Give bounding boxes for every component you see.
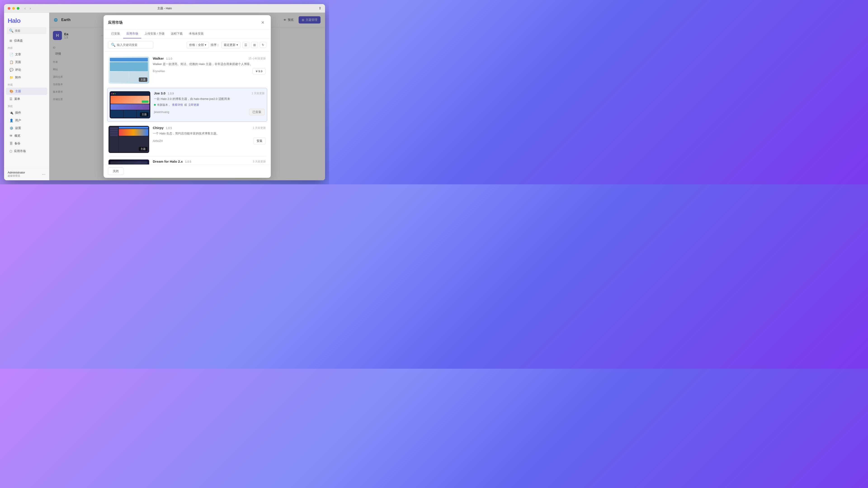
backup-icon: 🗄 [9, 142, 13, 145]
sidebar-user: Administrator 超级管理员 [8, 171, 25, 177]
sidebar-item-plugins[interactable]: 🔌 插件 [6, 109, 47, 116]
walker-version: 1.1.0 [166, 57, 172, 60]
sidebar-search[interactable]: 🔍 ⌘+K [7, 27, 46, 34]
app-icon: ⬡ [9, 149, 12, 153]
sidebar-username: Administrator [8, 171, 25, 174]
logo-text: Halo [8, 17, 21, 24]
theme-thumbnail-chirpy: 主题 [108, 126, 149, 153]
joe-author: jiewenhuang [154, 110, 169, 113]
modal-toolbar: 🔍 价格：全部 ▾ 排序： 最近更新 ▾ [103, 38, 271, 52]
chirpy-author: AirboZH [153, 139, 163, 142]
search-box-icon: 🔍 [111, 43, 116, 47]
sidebar-more-button[interactable]: ··· [42, 172, 45, 177]
theme-icon: 🎨 [9, 90, 13, 93]
sidebar-item-overview[interactable]: 👁 概览 [6, 132, 47, 139]
tab-upload[interactable]: 上传安装 / 升级 [141, 29, 168, 38]
sidebar-label-themes: 主题 [15, 89, 21, 93]
sidebar-label-comments: 评论 [15, 68, 21, 72]
close-button[interactable] [8, 7, 10, 10]
sidebar-item-attachments[interactable]: 📁 附件 [6, 74, 47, 81]
dream-info: Dream for Halo 2.x 1.0.5 3 天前更新 适配 Halo … [153, 160, 266, 164]
sort-button[interactable]: 最近更新 ▾ [221, 41, 241, 48]
sidebar-item-themes[interactable]: 🎨 主题 [6, 88, 47, 95]
sidebar-item-articles[interactable]: 📄 文章 [6, 51, 47, 58]
price-filter-button[interactable]: 价格：全部 ▾ [187, 41, 209, 48]
sidebar-item-menus[interactable]: ☰ 菜单 [6, 95, 47, 103]
chirpy-install-button[interactable]: 安装 [253, 138, 266, 144]
grid-view-button[interactable]: ⊞ [251, 42, 258, 48]
user-icon: 👤 [9, 119, 13, 122]
walker-name-block: Walker 1.1.0 [153, 57, 172, 61]
sidebar: Halo 🔍 ⌘+K ⊞ 仪表盘 内容 📄 文章 📋 页面 � [4, 13, 49, 180]
sidebar-item-dashboard[interactable]: ⊞ 仪表盘 [6, 37, 47, 44]
sidebar-item-pages[interactable]: 📋 页面 [6, 59, 47, 66]
tab-market[interactable]: 应用市场 [123, 29, 141, 38]
joe-name-block: Joe 3.0 1.0.9 [154, 91, 174, 95]
title-bar: ‹ › 主题 - Halo ⬆ [4, 4, 325, 13]
chirpy-description: 一个 Halo 生态，简约且功能丰富的技术博客主题。 [153, 131, 266, 136]
refresh-button[interactable]: ↻ [260, 42, 266, 48]
traffic-lights [8, 7, 20, 10]
minimize-button[interactable] [12, 7, 15, 10]
chirpy-header: Chirpy 1.0.5 1 天前更新 [153, 126, 266, 130]
sidebar-footer: Administrator 超级管理员 ··· [4, 168, 49, 180]
doc-icon: 📄 [9, 53, 13, 56]
back-button[interactable]: ‹ [23, 6, 27, 11]
sidebar-section-appearance: 外观 [4, 81, 49, 88]
page-icon: 📋 [9, 60, 13, 64]
share-icon[interactable]: ⬆ [318, 6, 321, 10]
sidebar-logo: Halo [4, 13, 49, 27]
view-detail-link[interactable]: 查看详情 [172, 103, 183, 107]
grid-icon: ⊞ [9, 39, 12, 42]
theme-item-joe: 主题 Joe 3.0 1.0.9 1 天前更新 [107, 88, 267, 122]
joe-update-notice: 有新版本， 查看详情 或 立即更新 [154, 103, 265, 107]
theme-item-dream: Dream for Halo 2.x 1.0.5 3 天前更新 适配 Halo … [107, 156, 267, 164]
theme-list: 主题 Walker 1.1.0 15 小时前更新 [103, 52, 271, 164]
walker-price[interactable]: ¥ 9.9 [252, 68, 266, 74]
walker-info: Walker 1.1.0 15 小时前更新 Walker 是一款漂亮、简洁、优雅… [153, 57, 266, 74]
sidebar-item-users[interactable]: 👤 用户 [6, 117, 47, 124]
joe-update-time: 1 天前更新 [252, 92, 265, 95]
sort-chevron-icon: ▾ [237, 43, 238, 46]
walker-author: EryouHao [153, 70, 165, 73]
sidebar-role: 超级管理员 [8, 174, 25, 177]
list-view-button[interactable]: ☰ [242, 42, 249, 48]
plugin-icon: 🔌 [9, 111, 13, 115]
theme-item-chirpy: 主题 Chirpy 1.0.5 1 天前更新 一 [107, 123, 267, 156]
joe-installed-button[interactable]: 已安装 [249, 109, 265, 116]
chirpy-name-block: Chirpy 1.0.5 [153, 126, 172, 130]
modal-close-button[interactable]: ✕ [259, 19, 266, 26]
update-now-link[interactable]: 立即更新 [188, 103, 199, 107]
eye-icon: 👁 [9, 134, 13, 138]
forward-button[interactable]: › [28, 6, 32, 11]
tab-installed[interactable]: 已安装 [108, 29, 123, 38]
tab-local[interactable]: 本地未安装 [186, 29, 207, 38]
joe-info: Joe 3.0 1.0.9 1 天前更新 一款 Halo 2.0 的博客主题，由… [154, 91, 265, 116]
joe-actions: jiewenhuang 已安装 [154, 109, 265, 116]
chirpy-version: 1.0.5 [166, 127, 172, 130]
maximize-button[interactable] [17, 7, 20, 10]
sidebar-item-appmarket[interactable]: ⬡ 应用市场 [6, 148, 47, 155]
keyword-search-input[interactable] [117, 43, 155, 46]
sidebar-label-settings: 设置 [15, 126, 21, 130]
theme-thumbnail-dream [108, 160, 149, 164]
chirpy-info: Chirpy 1.0.5 1 天前更新 一个 Halo 生态，简约且功能丰富的技… [153, 126, 266, 144]
mac-window: ‹ › 主题 - Halo ⬆ Halo 🔍 ⌘+K ⊞ 仪表盘 内容 📄 [4, 4, 325, 180]
chirpy-actions: AirboZH 安装 [153, 138, 266, 144]
search-input[interactable] [15, 29, 49, 32]
sort-label: 排序： [211, 43, 219, 47]
folder-icon: 📁 [9, 76, 13, 79]
sidebar-item-backup[interactable]: 🗄 备份 [6, 140, 47, 147]
search-box[interactable]: 🔍 [108, 41, 153, 48]
sidebar-item-comments[interactable]: 💬 评论 [6, 66, 47, 73]
sidebar-label-menus: 菜单 [14, 97, 20, 101]
toolbar-right: 价格：全部 ▾ 排序： 最近更新 ▾ ☰ ⊞ ↻ [187, 41, 266, 48]
theme-thumbnail-joe: 主题 [110, 91, 150, 119]
modal-close-footer-button[interactable]: 关闭 [108, 167, 123, 175]
tab-remote[interactable]: 远程下载 [168, 29, 186, 38]
sidebar-item-settings[interactable]: ⚙️ 设置 [6, 125, 47, 132]
sidebar-label-pages: 页面 [15, 60, 21, 64]
dream-update-time: 3 天前更新 [253, 160, 266, 164]
search-icon: 🔍 [9, 29, 13, 33]
update-dot-icon [154, 104, 156, 106]
